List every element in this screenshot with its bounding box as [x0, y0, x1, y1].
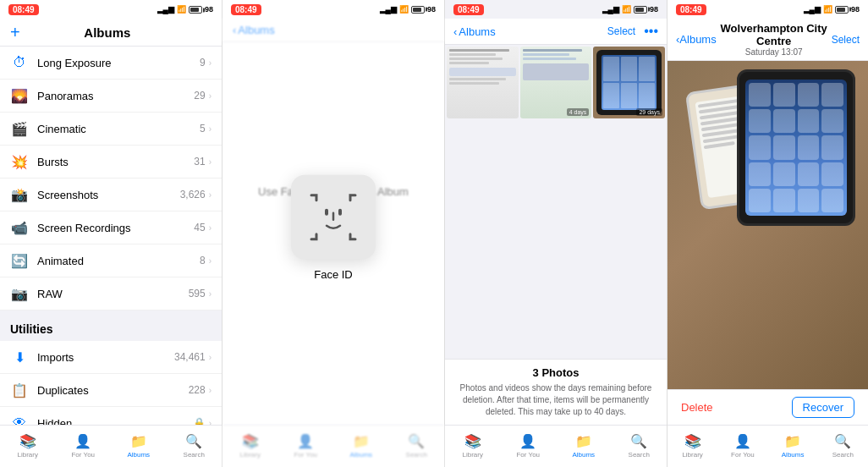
tab-albums-2[interactable]: 📁 Albums: [333, 429, 389, 462]
tab-label-2: Library: [240, 451, 261, 459]
tab-library-1[interactable]: 📚 Library: [0, 429, 56, 462]
foryou-tab-icon: 👤: [74, 433, 91, 449]
page-line: [704, 141, 735, 149]
library-tab-icon-4: 📚: [684, 433, 701, 449]
face-id-box: [291, 175, 376, 260]
chevron-icon: ›: [209, 58, 212, 68]
panel-photo-view: 08:49 ▂▄▆ 📶 98 ‹ Albums Wolverhampton Ci…: [667, 0, 868, 467]
album-long-exposure[interactable]: ⏱ Long Exposure 9 ›: [0, 47, 222, 80]
album-hidden[interactable]: 👁 Hidden 🔒 ›: [0, 407, 222, 425]
album-panoramas[interactable]: 🌄 Panoramas 29 ›: [0, 80, 222, 113]
cinematic-icon: 🎬: [10, 119, 29, 138]
chevron-icon: ›: [209, 353, 212, 362]
select-button-3[interactable]: Select: [607, 25, 635, 37]
tab-foryou-2[interactable]: 👤 For You: [278, 429, 334, 462]
album-raw[interactable]: 📷 RAW 595 ›: [0, 277, 222, 310]
chevron-icon: ›: [209, 91, 212, 101]
duplicates-icon: 📋: [10, 381, 29, 399]
battery-icon-4: [835, 6, 849, 14]
app-icon: [821, 162, 843, 186]
thumb-days-label: 4 days: [567, 108, 590, 116]
thumbnail-item[interactable]: 4 days: [520, 47, 592, 118]
add-album-button[interactable]: +: [10, 24, 20, 41]
tab-library-3[interactable]: 📚 Library: [445, 429, 501, 462]
library-tab-icon-2: 📚: [242, 433, 259, 449]
recover-button[interactable]: Recover: [792, 397, 854, 418]
tab-search-3[interactable]: 🔍 Search: [612, 429, 667, 462]
long-exposure-icon: ⏱: [10, 53, 29, 72]
raw-icon: 📷: [10, 284, 29, 303]
back-button-4[interactable]: ‹ Albums: [676, 33, 717, 46]
thumbnail-item[interactable]: 29 days: [593, 47, 665, 118]
tab-bar-1: 📚 Library 👤 For You 📁 Albums 🔍 Search: [0, 425, 222, 467]
wifi-icon-3: 📶: [622, 5, 631, 14]
photos-count: 3 Photos: [459, 366, 653, 379]
more-button-3[interactable]: •••: [644, 24, 658, 39]
app-icon: [798, 189, 820, 212]
tab-label-3: For You: [516, 451, 540, 459]
tab-library-2[interactable]: 📚 Library: [222, 429, 278, 462]
ipad-large-screen: [745, 80, 848, 216]
app-icon: [821, 109, 843, 133]
album-screenshots[interactable]: 📸 Screenshots 3,626 ›: [0, 179, 222, 212]
tab-foryou-1[interactable]: 👤 For You: [56, 429, 112, 462]
album-duplicates[interactable]: 📋 Duplicates 228 ›: [0, 374, 222, 407]
svg-rect-1: [338, 209, 342, 216]
status-bar-4: 08:49 ▂▄▆ 📶 98: [667, 0, 868, 19]
album-label: Screenshots: [37, 189, 180, 201]
tab-bar-4: 📚 Library 👤 For You 📁 Albums 🔍 Search: [667, 425, 868, 467]
thumbnail-item[interactable]: [447, 47, 519, 118]
back-button-3[interactable]: ‹ Albums: [453, 25, 496, 38]
album-cinematic[interactable]: 🎬 Cinematic 5 ›: [0, 113, 222, 146]
tab-search-1[interactable]: 🔍 Search: [167, 429, 222, 462]
animated-icon: 🔄: [10, 251, 29, 270]
back-button-2[interactable]: ‹ Albums: [233, 24, 275, 36]
album-label: Screen Recordings: [37, 222, 194, 234]
photo-location-title: Wolverhampton City Centre: [717, 22, 832, 47]
tab-label: For You: [71, 451, 95, 459]
bursts-icon: 💥: [10, 152, 29, 171]
app-icon: [798, 109, 820, 133]
foryou-tab-icon-3: 👤: [519, 433, 536, 449]
status-time-2: 08:49: [231, 4, 261, 15]
tab-albums-3[interactable]: 📁 Albums: [556, 429, 612, 462]
tab-search-2[interactable]: 🔍 Search: [389, 429, 445, 462]
tab-foryou-4[interactable]: 👤 For You: [717, 429, 767, 462]
delete-button[interactable]: Delete: [681, 401, 713, 414]
album-bursts[interactable]: 💥 Bursts 31 ›: [0, 146, 222, 179]
album-screen-recordings[interactable]: 📹 Screen Recordings 45 ›: [0, 212, 222, 244]
screenshots-icon: 📸: [10, 185, 29, 204]
chevron-icon: ›: [209, 256, 212, 266]
chevron-icon: ›: [209, 190, 212, 200]
album-label: Duplicates: [37, 384, 189, 397]
album-imports[interactable]: ⬇ Imports 34,461 ›: [0, 341, 222, 374]
album-count: 3,626: [180, 189, 206, 201]
album-count: 45: [194, 222, 205, 234]
select-button-4[interactable]: Select: [832, 34, 860, 46]
panel-albums-2: 08:49 ▂▄▆ 📶 98 ‹ Albums Use Face ID to u…: [222, 0, 445, 467]
panoramas-icon: 🌄: [10, 86, 29, 105]
status-icons-1: ▂▄▆ 📶 98: [157, 5, 213, 14]
albums-list-1: ⏱ Long Exposure 9 › 🌄 Panoramas 29 › 🎬 C…: [0, 47, 222, 425]
app-icon: [821, 135, 843, 159]
search-tab-icon-3: 🔍: [630, 433, 647, 449]
tab-library-4[interactable]: 📚 Library: [667, 429, 717, 462]
battery-icon-2: [411, 6, 425, 14]
app-icon: [773, 83, 795, 107]
tab-bar-2: 📚 Library 👤 For You 📁 Albums 🔍 Search: [222, 425, 444, 467]
albums-title-1: Albums: [20, 25, 195, 40]
album-count: 8: [200, 255, 206, 266]
album-label: Long Exposure: [37, 57, 200, 69]
tab-foryou-3[interactable]: 👤 For You: [501, 429, 557, 462]
tab-label-4: Albums: [782, 451, 805, 459]
signal-icon-4: ▂▄▆: [804, 5, 821, 14]
album-label: Animated: [37, 255, 200, 267]
face-id-icon: [308, 192, 359, 243]
tab-label-2: For You: [294, 451, 317, 459]
album-animated[interactable]: 🔄 Animated 8 ›: [0, 244, 222, 277]
tab-albums-1[interactable]: 📁 Albums: [111, 429, 167, 462]
tab-search-4[interactable]: 🔍 Search: [818, 429, 868, 462]
recently-deleted-info: 3 Photos Photos and videos show the days…: [445, 359, 667, 425]
tab-label: Search: [184, 451, 205, 459]
tab-albums-4[interactable]: 📁 Albums: [768, 429, 818, 462]
